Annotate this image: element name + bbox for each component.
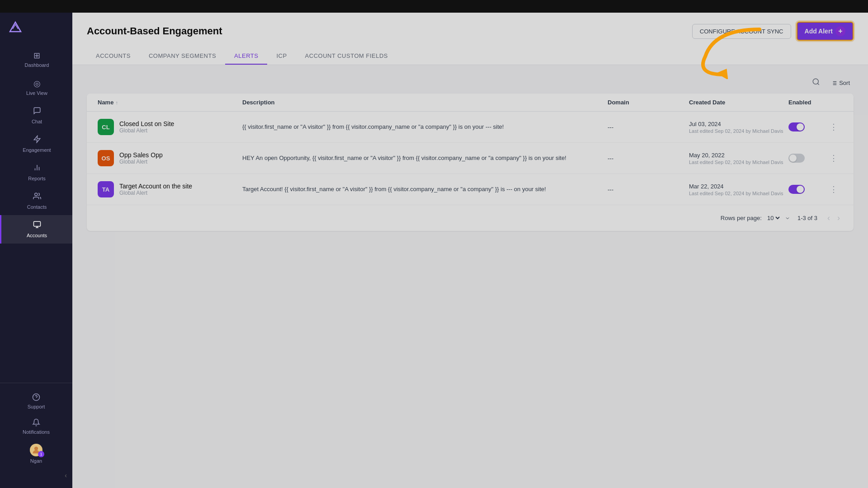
alert-last-edited: Last edited Sep 02, 2024 by Michael Davi…: [689, 160, 788, 165]
alert-more-menu-ta[interactable]: ⋮: [825, 183, 843, 196]
alert-domain: ---: [608, 186, 689, 193]
sidebar-item-support[interactable]: Support: [0, 389, 72, 414]
alert-last-edited: Last edited Sep 02, 2024 by Michael Davi…: [689, 191, 788, 196]
alert-type: Global Alert: [119, 159, 163, 165]
add-alert-button[interactable]: Add Alert +: [797, 22, 854, 41]
toggle-thumb: [789, 155, 797, 162]
sidebar-item-label: Dashboard: [25, 62, 49, 68]
alert-name-cell: TA Target Account on the site Global Ale…: [98, 181, 242, 197]
alert-name-cell: CL Closed Lost on Site Global Alert: [98, 119, 242, 135]
table-toolbar: Sort: [87, 76, 854, 90]
table-row: CL Closed Lost on Site Global Alert {{ v…: [87, 112, 854, 143]
toggle-thumb: [797, 123, 804, 131]
alert-name: Target Account on the site: [119, 183, 192, 190]
alert-created-date: Mar 22, 2024: [689, 183, 788, 190]
alert-name: Opp Sales Opp: [119, 151, 163, 159]
support-icon: [32, 393, 40, 402]
tabs: ACCOUNTS COMPANY SEGMENTS ALERTS ICP ACC…: [87, 48, 854, 65]
svg-marker-0: [34, 136, 40, 143]
page-navigation: ‹ ›: [825, 212, 843, 224]
alert-more-menu-os[interactable]: ⋮: [825, 151, 843, 165]
svg-point-11: [813, 79, 818, 84]
col-header-enabled: Enabled: [788, 99, 825, 106]
engagement-icon: [33, 135, 41, 145]
search-button[interactable]: [810, 76, 822, 90]
sidebar-item-accounts[interactable]: Accounts: [0, 215, 72, 244]
toggle-thumb: [797, 186, 804, 193]
chat-icon: [33, 107, 41, 117]
sidebar-collapse[interactable]: ‹: [0, 468, 72, 483]
reports-icon: [33, 164, 41, 174]
sidebar-item-chat[interactable]: Chat: [0, 101, 72, 130]
sidebar-item-label: Live View: [26, 90, 47, 96]
sidebar-item-dashboard[interactable]: ⊞ Dashboard: [0, 45, 72, 73]
alert-name-cell: OS Opp Sales Opp Global Alert: [98, 150, 242, 166]
sidebar-item-label: Reports: [28, 176, 46, 181]
col-header-name: Name ↑: [98, 99, 242, 106]
sidebar-item-label: Engagement: [23, 147, 51, 153]
table-header: Name ↑ Description Domain Created Date E…: [87, 94, 854, 112]
col-header-domain: Domain: [608, 99, 689, 106]
alert-domain: ---: [608, 124, 689, 131]
sidebar-item-live-view[interactable]: ◎ Live View: [0, 73, 72, 101]
alert-last-edited: Last edited Sep 02, 2024 by Michael Davi…: [689, 128, 788, 134]
alerts-table: Name ↑ Description Domain Created Date E…: [87, 94, 854, 231]
sidebar-item-label: Chat: [32, 119, 42, 124]
tab-alerts[interactable]: ALERTS: [225, 48, 267, 65]
user-profile[interactable]: 1 Ngan: [0, 439, 72, 468]
top-bar: [0, 0, 868, 13]
alert-type: Global Alert: [119, 127, 174, 134]
alert-toggle-cl[interactable]: [788, 122, 805, 131]
sidebar-item-label: Accounts: [27, 233, 47, 238]
col-header-created-date: Created Date: [689, 99, 788, 106]
alert-description: {{ visitor.first_name or "A visitor" }} …: [242, 123, 608, 131]
next-page-button[interactable]: ›: [835, 212, 843, 224]
alert-more-menu-cl[interactable]: ⋮: [825, 120, 843, 134]
svg-point-4: [34, 193, 37, 196]
tab-icp[interactable]: ICP: [267, 48, 296, 65]
alert-toggle-os[interactable]: [788, 154, 805, 163]
tab-account-custom-fields[interactable]: ACCOUNT CUSTOM FIELDS: [296, 48, 397, 65]
svg-line-12: [818, 83, 819, 84]
prev-page-button[interactable]: ‹: [825, 212, 833, 224]
page-title: Account-Based Engagement: [87, 25, 222, 37]
page-header-top: Account-Based Engagement CONFIGURE ACCOU…: [87, 22, 854, 41]
sidebar-item-reports[interactable]: Reports: [0, 158, 72, 187]
alert-description: Target Account! {{ visitor.first_name or…: [242, 185, 608, 193]
table-row: TA Target Account on the site Global Ale…: [87, 174, 854, 205]
sidebar-item-notifications[interactable]: Notifications: [0, 414, 72, 439]
alert-type: Global Alert: [119, 190, 192, 196]
sidebar-logo[interactable]: [0, 13, 72, 42]
contacts-icon: [33, 192, 41, 202]
svg-point-10: [34, 447, 38, 450]
sidebar: ⊞ Dashboard ◎ Live View Chat Engagement: [0, 0, 72, 488]
page-info: 1-3 of 3: [797, 215, 817, 221]
alert-domain: ---: [608, 155, 689, 162]
rows-per-page-select[interactable]: 10 25 50: [765, 214, 781, 222]
alert-description: HEY An open Opportunity, {{ visitor.firs…: [242, 154, 608, 162]
table-row: OS Opp Sales Opp Global Alert HEY An ope…: [87, 143, 854, 174]
sidebar-item-engagement[interactable]: Engagement: [0, 130, 72, 158]
page-header: Account-Based Engagement CONFIGURE ACCOU…: [72, 13, 868, 65]
alert-avatar-ta: TA: [98, 181, 114, 197]
notifications-icon: [32, 418, 40, 427]
main-content: Account-Based Engagement CONFIGURE ACCOU…: [72, 13, 868, 488]
alert-toggle-ta[interactable]: [788, 185, 805, 194]
col-header-description: Description: [242, 99, 608, 106]
sidebar-item-label: Contacts: [27, 204, 47, 210]
sidebar-item-contacts[interactable]: Contacts: [0, 187, 72, 215]
tab-company-segments[interactable]: COMPANY SEGMENTS: [140, 48, 225, 65]
content-area: Sort Name ↑ Description Domain Created D…: [72, 65, 868, 242]
rows-per-page: Rows per page: 10 25 50: [721, 214, 790, 222]
tab-accounts[interactable]: ACCOUNTS: [87, 48, 140, 65]
plus-icon: +: [835, 26, 845, 36]
dashboard-icon: ⊞: [33, 51, 40, 61]
header-actions: CONFIGURE ACCOUNT SYNC Add Alert +: [692, 22, 854, 41]
sort-button[interactable]: Sort: [827, 78, 854, 88]
live-view-icon: ◎: [33, 79, 41, 89]
alert-created-date: Jul 03, 2024: [689, 121, 788, 127]
sidebar-navigation: ⊞ Dashboard ◎ Live View Chat Engagement: [0, 42, 72, 383]
alert-name: Closed Lost on Site: [119, 120, 174, 127]
configure-account-sync-button[interactable]: CONFIGURE ACCOUNT SYNC: [692, 24, 791, 39]
collapse-icon[interactable]: ‹: [65, 472, 67, 479]
